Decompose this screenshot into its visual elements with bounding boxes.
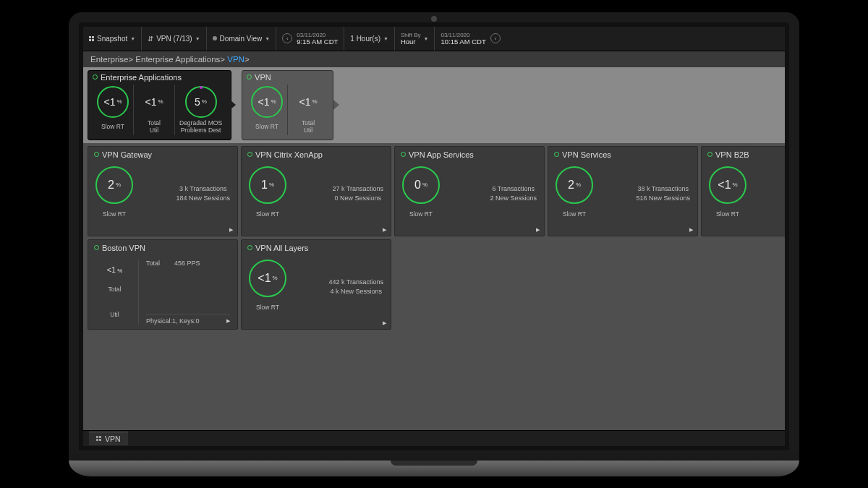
metric-label: Slow RT	[103, 207, 126, 221]
metric-value: <1	[103, 96, 115, 108]
grid-icon	[89, 36, 94, 41]
metric-label: Slow RT	[255, 119, 278, 134]
tile-vpn-all-layers[interactable]: VPN All Layers <1% Slow RT 442 k Transac…	[241, 239, 391, 330]
metric-label: Total Util	[148, 119, 161, 134]
status-ok-icon	[94, 245, 99, 250]
metric-slow-rt: <1% Slow RT	[93, 85, 134, 135]
tile-vpn-gateway[interactable]: VPN Gateway2%Slow RT3 k Transactions184 …	[88, 146, 238, 236]
dot-icon	[213, 36, 217, 40]
tab-vpn[interactable]: VPN	[89, 432, 128, 445]
metric-value: <1	[107, 265, 116, 274]
domain-view-label: Domain View	[220, 35, 263, 43]
laptop-base	[69, 461, 799, 476]
shift-by-dropdown[interactable]: Shift By Hour ▼	[395, 27, 435, 51]
grid-icon	[96, 436, 101, 441]
chevron-down-icon: ▼	[195, 36, 200, 41]
vpn-label: VPN (7/13)	[156, 35, 192, 43]
tile-stat-1: 38 k Transactions	[636, 184, 690, 194]
tile-title-text: VPN Citrix XenApp	[255, 150, 323, 159]
expand-icon[interactable]: ▶	[689, 227, 693, 233]
panel-enterprise-apps[interactable]: Enterprise Applications <1% Slow RT <1% …	[88, 70, 231, 140]
shift-by-value: Hour	[401, 38, 421, 46]
status-ok-icon	[554, 152, 559, 157]
crumb-ent-apps[interactable]: Enterprise Applications	[135, 55, 220, 64]
tile-stat-2: 184 New Sessions	[176, 194, 230, 203]
metric-label: Util	[110, 311, 119, 318]
metric-value: <1	[299, 96, 311, 108]
panel-vpn[interactable]: VPN <1% Slow RT <1% Total Util	[242, 70, 333, 140]
time-range-end[interactable]: 03/11/2020 10:15 AM CDT ›	[435, 27, 506, 51]
tile-vpn-b2b[interactable]: VPN B2B<1%Slow RT27 k T229 N▶	[701, 146, 785, 236]
metric-value: 1	[261, 179, 268, 192]
tile-stat-1: 3 k Transactions	[176, 184, 230, 194]
tile-title-text: VPN B2B	[715, 150, 749, 159]
metric-label: Slow RT	[256, 300, 279, 314]
metric-value: <1	[258, 272, 271, 285]
panel-title-text: Enterprise Applications	[101, 73, 182, 82]
hours-label: 1 Hour(s)	[350, 35, 380, 43]
domain-view-dropdown[interactable]: Domain View ▼	[207, 27, 277, 51]
expand-icon[interactable]: ▶	[383, 227, 386, 233]
tile-vpn-app-services[interactable]: VPN App Services0%Slow RT6 Transactions2…	[394, 146, 545, 236]
chevron-down-icon: ▼	[383, 36, 388, 41]
tile-stat-2: 516 New Sessions	[636, 194, 690, 203]
chevron-down-icon: ▼	[130, 36, 135, 41]
alert-dot-icon	[200, 86, 203, 89]
status-ok-icon	[93, 74, 98, 80]
panel-title-text: VPN	[255, 73, 271, 82]
status-ok-icon	[247, 245, 252, 250]
breadcrumb: Enterprise> Enterprise Applications> VPN…	[83, 51, 785, 67]
tile-vpn-services[interactable]: VPN Services2%Slow RT38 k Transactions51…	[548, 146, 698, 236]
top-toolbar: Snapshot ▼ ⇵ VPN (7/13) ▼ Domain View ▼ …	[83, 27, 785, 51]
tile-title-text: VPN Services	[562, 150, 611, 159]
metric-slow-rt: <1% Slow RT	[247, 85, 288, 135]
metric-value: 0	[414, 179, 421, 192]
link-icon: ⇵	[148, 35, 153, 43]
bottom-tabs: VPN	[83, 430, 785, 446]
boston-total-label: Total	[146, 260, 160, 267]
metric-label: Slow RT	[716, 207, 739, 221]
tile-stat-1: 6 Transactions	[490, 184, 537, 194]
metric-label: Degraded MOS Problems Dest	[179, 119, 222, 134]
status-ok-icon	[401, 152, 406, 157]
snapshot-dropdown[interactable]: Snapshot ▼	[83, 27, 142, 51]
status-ok-icon	[707, 152, 712, 157]
tile-boston-vpn[interactable]: Boston VPN <1% Total Util Total456 PPS	[88, 239, 238, 330]
status-ok-icon	[94, 152, 99, 157]
expand-icon[interactable]: ▶	[226, 318, 230, 324]
chevron-down-icon: ▼	[424, 36, 429, 41]
expand-icon[interactable]: ▶	[536, 227, 540, 233]
metric-label: Slow RT	[256, 207, 279, 221]
metric-value: <1	[145, 96, 156, 108]
hours-dropdown[interactable]: 1 Hour(s) ▼	[344, 27, 395, 51]
boston-pps: 456 PPS	[174, 260, 200, 267]
prev-button[interactable]: ‹	[282, 33, 292, 43]
tile-title-text: VPN All Layers	[255, 244, 308, 252]
metric-value: 5	[195, 96, 200, 108]
metric-label: Slow RT	[101, 119, 124, 134]
tile-stat-1: 442 k Transactions	[328, 278, 383, 287]
chevron-down-icon: ▼	[265, 36, 270, 41]
boston-keys: Physical:1, Keys:0	[146, 317, 200, 325]
expand-icon[interactable]: ▶	[383, 320, 386, 326]
metric-value: <1	[718, 179, 731, 192]
tile-stat-1: 27 k Transactions	[332, 184, 383, 194]
metric-label: Slow RT	[563, 207, 586, 221]
metric-label: Total Util	[302, 119, 315, 134]
crumb-enterprise[interactable]: Enterprise	[90, 55, 128, 64]
vpn-dropdown[interactable]: ⇵ VPN (7/13) ▼	[142, 27, 206, 51]
crumb-vpn[interactable]: VPN	[227, 55, 244, 64]
tile-stat-2: 0 New Sessions	[332, 194, 383, 203]
tile-vpn-citrix-xenapp[interactable]: VPN Citrix XenApp1%Slow RT27 k Transacti…	[241, 146, 391, 236]
pointer-icon	[226, 96, 236, 114]
range-start-time: 9:15 AM CDT	[297, 38, 338, 46]
next-button[interactable]: ›	[490, 33, 501, 43]
snapshot-label: Snapshot	[97, 35, 127, 43]
expand-icon[interactable]: ▶	[229, 227, 233, 233]
metric-degraded-mos: 5% Degraded MOS Problems Dest	[175, 85, 226, 135]
camera-dot	[431, 16, 437, 22]
status-ok-icon	[247, 152, 252, 157]
metric-label: Slow RT	[409, 207, 433, 221]
status-ok-icon	[247, 74, 252, 80]
time-range-start[interactable]: ‹ 03/11/2020 9:15 AM CDT	[276, 27, 344, 51]
